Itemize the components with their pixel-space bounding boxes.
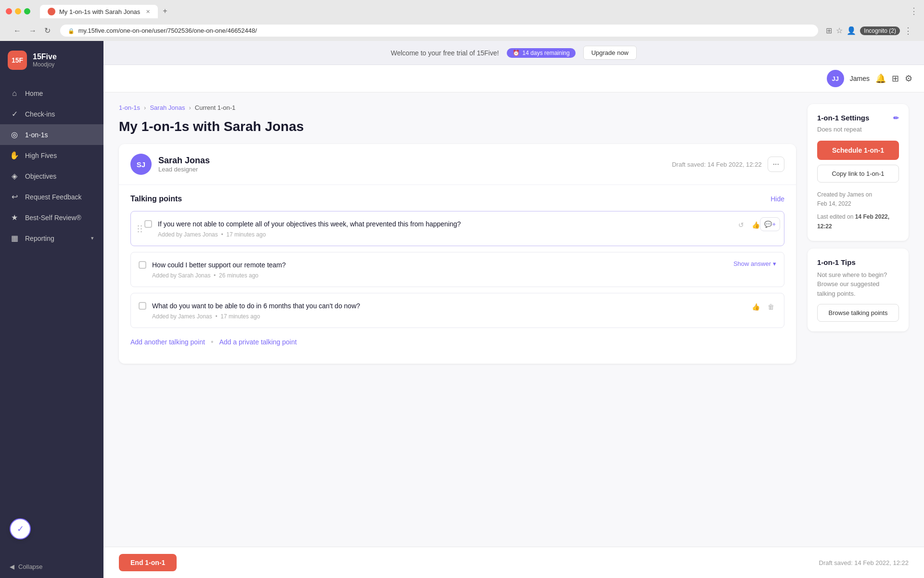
sidebar-label-request-feedback: Request Feedback — [25, 193, 82, 201]
tips-card: 1-on-1 Tips Not sure where to begin? Bro… — [808, 249, 909, 332]
more-options-button[interactable]: ··· — [768, 157, 784, 172]
tp-content-3: What do you want to be able to do in 6 m… — [152, 301, 744, 320]
end-1on1-button[interactable]: End 1-on-1 — [119, 554, 177, 571]
add-talking-point-link[interactable]: Add another talking point — [130, 338, 205, 346]
reset-button-1[interactable]: ↺ — [736, 219, 746, 231]
upgrade-button[interactable]: Upgrade now — [583, 46, 637, 60]
checkbox-1[interactable] — [144, 220, 152, 228]
tips-text: Not sure where to begin? Browse our sugg… — [817, 270, 899, 299]
checkbox-2[interactable] — [139, 261, 146, 269]
person-name: Sarah Jonas — [158, 156, 672, 166]
tp-meta-2: Added by Sarah Jonas • 26 minutes ago — [152, 272, 728, 279]
back-button[interactable]: ← — [12, 25, 23, 37]
sidebar-item-home[interactable]: ⌂ Home — [0, 83, 103, 104]
tab-close-button[interactable]: ✕ — [146, 9, 150, 15]
tab-favicon — [48, 8, 55, 15]
profile-icon[interactable]: 👤 — [847, 26, 856, 35]
sidebar-item-1-on-1s[interactable]: ◎ 1-on-1s — [0, 124, 103, 145]
settings-icon[interactable]: ⚙ — [905, 73, 912, 84]
breadcrumb-link-1on1s[interactable]: 1-on-1s — [119, 104, 140, 111]
new-tab-button[interactable]: + — [158, 4, 172, 18]
reporting-chevron-icon: ▾ — [91, 235, 94, 241]
created-by: Created by James on — [817, 190, 899, 199]
browse-talking-points-button[interactable]: Browse talking points — [817, 304, 899, 322]
sidebar-label-home: Home — [25, 90, 43, 97]
top-header: JJ James 🔔 ⊞ ⚙ — [103, 65, 924, 92]
sidebar-label-high-fives: High Fives — [25, 152, 57, 159]
best-self-review-icon: ★ — [10, 213, 19, 222]
show-answer-button-2[interactable]: Show answer ▾ — [733, 260, 776, 267]
person-card: SJ Sarah Jonas Lead designer Draft saved… — [119, 144, 796, 364]
edit-settings-icon[interactable]: ✏ — [893, 114, 899, 122]
forward-button[interactable]: → — [27, 25, 38, 37]
tp-content-1: If you were not able to complete all of … — [158, 219, 731, 238]
app-name: 15Five — [33, 53, 57, 61]
hide-link[interactable]: Hide — [770, 195, 784, 203]
sidebar-item-reporting[interactable]: ▦ Reporting ▾ — [0, 228, 103, 249]
check-ins-icon: ✓ — [10, 109, 19, 118]
add-private-talking-point-link[interactable]: Add a private talking point — [219, 338, 297, 346]
section-header: Talking points Hide — [130, 195, 784, 203]
delete-button-3[interactable]: 🗑 — [766, 301, 776, 313]
tp-actions-3: 👍 🗑 — [750, 301, 776, 313]
bookmark-icon[interactable]: ☆ — [836, 26, 843, 35]
request-feedback-icon: ↩ — [10, 192, 19, 201]
collapse-label: Collapse — [18, 563, 43, 570]
person-info: Sarah Jonas Lead designer — [158, 156, 672, 173]
person-role: Lead designer — [158, 166, 672, 173]
checkmark-widget[interactable]: ✓ — [10, 518, 31, 539]
page-title: My 1-on-1s with Sarah Jonas — [119, 119, 796, 134]
minimize-button[interactable] — [15, 8, 21, 14]
tp-meta-3: Added by James Jonas • 17 minutes ago — [152, 313, 744, 320]
browser-tab[interactable]: My 1-on-1s with Sarah Jonas ✕ — [40, 5, 158, 18]
sidebar: 15F 15Five Moodjoy ⌂ Home ✓ Check-ins ◎ … — [0, 41, 103, 578]
user-avatar: JJ — [827, 70, 844, 87]
address-bar[interactable]: 🔒 my.15five.com/one-on-one/user/7502536/… — [60, 25, 818, 37]
collapse-button[interactable]: ◀ Collapse — [10, 563, 94, 570]
checkbox-3[interactable] — [139, 302, 146, 310]
talking-point-3: What do you want to be able to do in 6 m… — [130, 293, 784, 328]
sidebar-item-best-self-review[interactable]: ★ Best-Self Review® — [0, 207, 103, 228]
notifications-icon[interactable]: 🔔 — [875, 73, 886, 84]
last-edited: Last edited on 14 Feb 2022, 12:22 — [817, 212, 899, 231]
copy-link-button[interactable]: Copy link to 1-on-1 — [817, 165, 899, 183]
breadcrumb-link-sarah[interactable]: Sarah Jonas — [150, 104, 185, 111]
close-button[interactable] — [6, 8, 12, 14]
sidebar-item-objectives[interactable]: ◈ Objectives — [0, 166, 103, 186]
main-content: Welcome to your free trial of 15Five! ⏰ … — [103, 41, 924, 578]
dot-separator: • — [211, 338, 214, 346]
draft-saved-info: Draft saved: 14 Feb 2022, 12:22 — [672, 161, 761, 168]
talking-point-2: How could I better support our remote te… — [130, 252, 784, 287]
section-title: Talking points — [130, 195, 182, 203]
browser-menu-icon: ⋮ — [910, 6, 918, 16]
tp-text-3: What do you want to be able to do in 6 m… — [152, 301, 744, 311]
extensions-icon: ⊞ — [826, 26, 832, 35]
sidebar-bottom: ◀ Collapse — [0, 555, 103, 578]
schedule-1on1-button[interactable]: Schedule 1-on-1 — [817, 141, 899, 160]
refresh-button[interactable]: ↻ — [42, 24, 52, 37]
breadcrumb: 1-on-1s › Sarah Jonas › Current 1-on-1 — [119, 104, 796, 111]
content-area: 1-on-1s › Sarah Jonas › Current 1-on-1 M… — [103, 92, 924, 547]
browser-more-icon[interactable]: ⋮ — [904, 26, 912, 36]
sidebar-item-high-fives[interactable]: ✋ High Fives — [0, 145, 103, 166]
reporting-icon: ▦ — [10, 234, 19, 243]
sidebar-label-best-self-review: Best-Self Review® — [25, 214, 81, 222]
thumbs-up-button-3[interactable]: 👍 — [750, 301, 762, 313]
user-name: James — [850, 75, 870, 82]
card-header: SJ Sarah Jonas Lead designer Draft saved… — [119, 144, 796, 185]
sidebar-label-reporting: Reporting — [25, 235, 54, 242]
maximize-button[interactable] — [24, 8, 30, 14]
sidebar-label-1-on-1s: 1-on-1s — [25, 131, 48, 139]
tab-title: My 1-on-1s with Sarah Jonas — [59, 8, 140, 15]
main-panel: 1-on-1s › Sarah Jonas › Current 1-on-1 M… — [119, 104, 796, 535]
1-on-1s-icon: ◎ — [10, 130, 19, 139]
breadcrumb-sep-1: › — [144, 104, 146, 111]
sidebar-item-check-ins[interactable]: ✓ Check-ins — [0, 104, 103, 124]
app-subtitle: Moodjoy — [33, 61, 57, 68]
sidebar-item-request-feedback[interactable]: ↩ Request Feedback — [0, 186, 103, 207]
logo-icon: 15F — [8, 51, 27, 70]
chat-bubble-button-1[interactable]: 💬+ — [760, 217, 780, 231]
apps-icon[interactable]: ⊞ — [892, 73, 899, 84]
trial-banner: Welcome to your free trial of 15Five! ⏰ … — [103, 41, 924, 65]
created-date: Feb 14, 2022 — [817, 199, 899, 209]
